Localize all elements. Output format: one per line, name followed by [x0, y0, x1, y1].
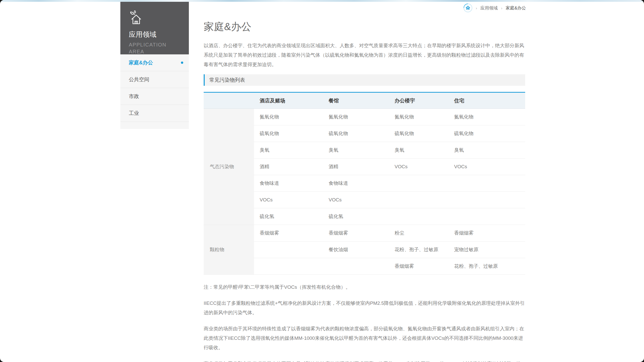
sidebar-menu: 家庭&办公公共空间市政工业: [120, 54, 189, 129]
table-cell: [389, 175, 448, 192]
table-cell: 香烟烟雾: [254, 225, 323, 242]
table-cell: [448, 192, 525, 208]
table-cell: VOCs: [323, 192, 389, 208]
table-cell: [254, 242, 323, 258]
table-cell: 硫氧化物: [254, 125, 323, 142]
active-dot-icon: [181, 62, 183, 64]
sidebar-item-label: 市政: [129, 93, 139, 100]
column-header: 酒店及赌场: [254, 92, 323, 109]
sidebar-item-home-office[interactable]: 家庭&办公: [120, 54, 189, 71]
paragraph-1: IIECC提出了多重颗粒物过滤系统+气相净化的新风设计方案，不仅能够使室内PM2…: [204, 298, 525, 317]
table-row: 气态污染物氮氧化物氮氧化物氮氧化物氮氧化物: [204, 109, 525, 125]
table-cell: [389, 192, 448, 208]
section-header: 常见污染物列表: [204, 74, 525, 86]
table-cell: 氮氧化物: [448, 109, 525, 125]
page: › 应用领域 › 家庭&办公 应用领域 APPLICATION ARE: [0, 0, 644, 362]
sidebar-header: 应用领域 APPLICATION AREA: [120, 2, 189, 54]
table-cell: 硫氧化物: [389, 125, 448, 142]
table-cell: 臭氧: [448, 142, 525, 159]
column-header: 办公楼宇: [389, 92, 448, 109]
table-cell: VOCs: [448, 159, 525, 175]
column-header: 住宅: [448, 92, 525, 109]
sidebar: 应用领域 APPLICATION AREA 家庭&办公公共空间市政工业: [120, 2, 189, 129]
intro-paragraph: 以酒店、办公楼宇、住宅为代表的商业领域呈现出区域面积大、人数多、对空气质量要求高…: [204, 41, 525, 69]
column-header: [204, 92, 254, 109]
paragraph-3: 商业项目与工业和市政类项目最大的不同点是对颗粒物浓度的处理级别要求更高，鉴于此I…: [204, 359, 525, 362]
table-cell: 硫氧化物: [448, 125, 525, 142]
table-cell: 酒精: [254, 159, 323, 175]
sidebar-item-label: 工业: [129, 110, 139, 117]
table-cell: [323, 258, 389, 275]
sidebar-item-label: 家庭&办公: [129, 59, 153, 66]
table-cell: 香烟烟雾: [389, 258, 448, 275]
table-cell: 粉尘: [389, 225, 448, 242]
table-cell: 香烟烟雾: [448, 225, 525, 242]
table-cell: 硫化氢: [254, 208, 323, 225]
table-cell: 香烟烟雾: [323, 225, 389, 242]
table-cell: 硫化氢: [323, 208, 389, 225]
table-cell: 氮氧化物: [254, 109, 323, 125]
pollutant-table-body: 气态污染物氮氧化物氮氧化物氮氧化物氮氧化物硫氧化物硫氧化物硫氧化物硫氧化物臭氧臭…: [204, 109, 525, 275]
table-cell: 食物味道: [323, 175, 389, 192]
table-cell: 酒精: [323, 159, 389, 175]
paragraph-2: 商业类的场所由于其环境的特殊性造成了以香烟烟雾为代表的颗粒物浓度偏高，部分硫氧化…: [204, 324, 525, 352]
table-cell: 宠物过敏原: [448, 242, 525, 258]
pollutant-table: 酒店及赌场餐馆办公楼宇住宅 气态污染物氮氧化物氮氧化物氮氧化物氮氧化物硫氧化物硫…: [204, 92, 525, 275]
sidebar-title: 应用领域: [129, 30, 189, 39]
table-cell: 硫氧化物: [323, 125, 389, 142]
cropped-banner-strip: [0, 0, 644, 2]
table-cell: [389, 208, 448, 225]
column-header: 餐馆: [323, 92, 389, 109]
table-cell: 臭氧: [254, 142, 323, 159]
row-group-label: 气态污染物: [204, 109, 254, 225]
table-row: 颗粒物香烟烟雾香烟烟雾粉尘香烟烟雾: [204, 225, 525, 242]
table-cell: 花粉、孢子、过敏原: [448, 258, 525, 275]
table-cell: 花粉、孢子、过敏原: [389, 242, 448, 258]
table-cell: 食物味道: [254, 175, 323, 192]
sidebar-item-public-space[interactable]: 公共空间: [120, 71, 189, 88]
table-cell: 氮氧化物: [323, 109, 389, 125]
main-content: 家庭&办公 以酒店、办公楼宇、住宅为代表的商业领域呈现出区域面积大、人数多、对空…: [204, 2, 525, 362]
table-cell: 氮氧化物: [389, 109, 448, 125]
sidebar-item-label: 公共空间: [129, 76, 149, 83]
sidebar-item-industry[interactable]: 工业: [120, 105, 189, 122]
table-note: 注：常见的甲醛\甲苯\二甲苯等均属于VOCs（挥发性有机化合物）。: [204, 282, 525, 292]
section-title: 常见污染物列表: [209, 77, 245, 83]
table-cell: 臭氧: [389, 142, 448, 159]
table-cell: [448, 175, 525, 192]
table-cell: 餐饮油烟: [323, 242, 389, 258]
house-leaf-icon: [129, 10, 189, 26]
table-cell: [448, 208, 525, 225]
sidebar-subtitle: APPLICATION AREA: [129, 41, 189, 55]
table-cell: [254, 258, 323, 275]
table-cell: 臭氧: [323, 142, 389, 159]
pollutant-table-head: 酒店及赌场餐馆办公楼宇住宅: [204, 92, 525, 109]
page-title: 家庭&办公: [204, 20, 525, 34]
sidebar-item-municipal[interactable]: 市政: [120, 88, 189, 105]
table-cell: VOCs: [254, 192, 323, 208]
row-group-label: 颗粒物: [204, 225, 254, 275]
table-cell: VOCs: [389, 159, 448, 175]
